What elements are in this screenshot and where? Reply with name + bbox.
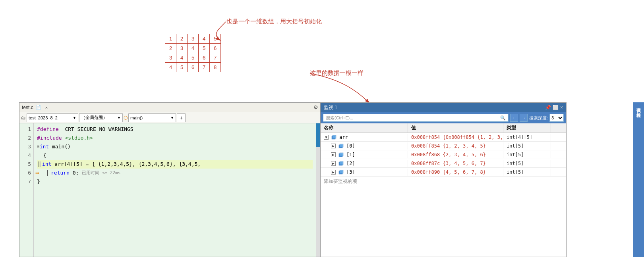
- watch-table: 名称 值 类型 ▼arr0x008ff854 {0x008ff854 {1, 2…: [321, 123, 566, 257]
- code-line-1: #define _CRT_SECURE_NO_WARNINGS: [37, 125, 313, 134]
- scope-dropdown[interactable]: （全局范围） ▼: [79, 113, 123, 122]
- cube-icon-3: [338, 161, 344, 166]
- depth-label: 搜索深度:: [529, 115, 548, 121]
- watch-cell-name-2: ▶[1]: [321, 151, 408, 158]
- search-box[interactable]: 搜索(Ctrl+E)... 🔍: [323, 114, 509, 122]
- watch-row-4[interactable]: ▶[3]0x008ff890 {4, 5, 6, 7, 8}int[5]: [321, 168, 566, 177]
- watch-toolbar: 搜索(Ctrl+E)... 🔍 ← → 搜索深度: 3 1 2 4 5: [321, 112, 566, 123]
- nav-prev-button[interactable]: ←: [510, 114, 518, 122]
- search-icon: 🔍: [500, 115, 506, 121]
- cube-icon-4: [338, 169, 344, 175]
- side-panel-item-0[interactable]: 调试位置: [636, 102, 642, 107]
- col-type: 类型: [503, 123, 551, 132]
- watch-row-2[interactable]: ▶[1]0x008ff868 {2, 3, 4, 5, 6}int[5]: [321, 150, 566, 159]
- watch-cell-value-2: 0x008ff868 {2, 3, 4, 5, 6}: [408, 151, 503, 158]
- watch-container: 监视 1 📌 ⬜ × 搜索(Ctrl+E)... 🔍 ← → 搜索深度: 3 1…: [320, 102, 567, 257]
- watch-cell-value-3: 0x008ff87c {3, 4, 5, 6, 7}: [408, 160, 503, 167]
- watch-cell-type-2: int[5]: [503, 151, 551, 158]
- nav-next-button[interactable]: →: [520, 114, 528, 122]
- line-number-4: 4: [19, 151, 33, 160]
- fn-icon: ⬡: [124, 115, 128, 121]
- svg-rect-2: [333, 135, 336, 138]
- watch-row-3[interactable]: ▶[2]0x008ff87c {3, 4, 5, 6, 7}int[5]: [321, 159, 566, 168]
- line-number-3: 3: [19, 142, 33, 151]
- line-number-7: 7: [19, 177, 33, 186]
- code-line-4: {: [37, 151, 313, 160]
- fn-dropdown[interactable]: main() ▼: [128, 113, 176, 122]
- ide-titlebar: test.c 📄 × ⚙: [19, 103, 321, 112]
- watch-name-text-3: [2]: [346, 161, 355, 166]
- add-watch-item[interactable]: 添加要监视的项: [321, 177, 566, 186]
- expand-button[interactable]: ▶: [331, 152, 336, 157]
- svg-rect-8: [340, 161, 343, 165]
- watch-name-text-1: [0]: [346, 143, 355, 149]
- cube-icon-0: [331, 134, 337, 140]
- ide-code-area: 1234567 ⇒ #define _CRT_SECURE_NO_WARNING…: [19, 123, 321, 257]
- annotation-arrows: [0, 0, 644, 103]
- project-dropdown[interactable]: test_2023_8_2 ▼: [27, 113, 78, 122]
- code-editor[interactable]: ⇒ #define _CRT_SECURE_NO_WARNINGS#includ…: [34, 123, 316, 257]
- side-panel: 调试位置并行堆栈 1: [633, 102, 644, 257]
- add-watch-button[interactable]: +: [177, 113, 186, 122]
- watch-row-0[interactable]: ▼arr0x008ff854 {0x008ff854 {1, 2, 3, 4, …: [321, 133, 566, 142]
- col-name: 名称: [321, 123, 408, 132]
- settings-icon[interactable]: ⚙: [313, 104, 318, 110]
- svg-rect-10: [340, 170, 343, 173]
- watch-title: 监视 1: [324, 104, 337, 111]
- code-line-7: }: [37, 177, 313, 186]
- watch-titlebar-icons: 📌 ⬜ ×: [545, 105, 563, 110]
- line-number-1: 1: [19, 125, 33, 134]
- watch-name-text-4: [3]: [346, 169, 355, 175]
- search-placeholder: 搜索(Ctrl+E)...: [326, 115, 353, 121]
- side-panel-item-1[interactable]: 并行堆栈 1: [636, 107, 642, 115]
- ide-toolbar: 🗂 test_2023_8_2 ▼ （全局范围） ▼ ⬡ main() ▼ +: [19, 112, 321, 123]
- watch-cell-value-4: 0x008ff890 {4, 5, 6, 7, 8}: [408, 169, 503, 176]
- watch-name-text-2: [1]: [346, 152, 355, 157]
- watch-cell-name-4: ▶[3]: [321, 169, 408, 176]
- execution-arrow: ⇒: [35, 169, 39, 177]
- depth-select[interactable]: 3 1 2 4 5: [549, 114, 564, 122]
- annotation-text-top: 也是一个一维数组，用大括号初始化: [226, 18, 322, 25]
- watch-titlebar: 监视 1 📌 ⬜ ×: [321, 103, 566, 112]
- watch-close-icon[interactable]: ×: [560, 105, 563, 110]
- annotation-text-bottom: 这里的数据一模一样: [310, 69, 364, 77]
- expand-button[interactable]: ▶: [331, 161, 336, 166]
- line-numbers: 1234567: [19, 123, 34, 257]
- code-line-5: int arr[4][5] = { {1,2,3,4,5}, {2,3,4,5,…: [37, 160, 313, 169]
- expand-button[interactable]: ▶: [331, 144, 336, 148]
- col-value: 值: [408, 123, 503, 132]
- watch-cell-type-3: int[5]: [503, 160, 551, 167]
- grid-table: 12345234563456745678: [165, 34, 221, 72]
- watch-cell-value-1: 0x008ff854 {1, 2, 3, 4, 5}: [408, 142, 503, 150]
- expand-button[interactable]: ▶: [331, 170, 336, 175]
- file-icon: 📄: [36, 105, 41, 110]
- annotation-area: 也是一个一维数组，用大括号初始化 12345234563456745678 这里…: [0, 0, 644, 103]
- watch-cell-name-3: ▶[2]: [321, 160, 408, 167]
- watch-cell-type-1: int[5]: [503, 142, 551, 150]
- cube-icon-1: [338, 143, 344, 148]
- svg-rect-6: [340, 153, 343, 156]
- collapse-button[interactable]: ▼: [324, 135, 329, 140]
- code-line-6: return 0; 已用时间 <= 22ms: [37, 169, 313, 177]
- ide-close-button[interactable]: ×: [45, 105, 48, 110]
- watch-cell-type-4: int[5]: [503, 169, 551, 176]
- watch-rows-container: ▼arr0x008ff854 {0x008ff854 {1, 2, 3, 4, …: [321, 133, 566, 177]
- watch-pin-icon[interactable]: 📌: [545, 105, 551, 110]
- watch-row-1[interactable]: ▶[0]0x008ff854 {1, 2, 3, 4, 5}int[5]: [321, 142, 566, 150]
- code-line-3: ⊟int main(): [37, 142, 313, 151]
- line-number-6: 6: [19, 169, 33, 177]
- watch-float-icon[interactable]: ⬜: [553, 105, 559, 110]
- watch-cell-type-0: int[4][5]: [503, 134, 551, 141]
- ide-container: test.c 📄 × ⚙ 🗂 test_2023_8_2 ▼ （全局范围） ▼ …: [19, 102, 321, 257]
- watch-cell-value-0: 0x008ff854 {0x008ff854 {1, 2, 3, 4, 5}, …: [408, 134, 503, 141]
- cube-icon-2: [338, 152, 344, 157]
- ide-title: test.c: [22, 105, 33, 110]
- project-icon: 🗂: [21, 115, 26, 121]
- watch-name-text-0: arr: [339, 134, 348, 140]
- line-number-5: 5: [19, 160, 33, 169]
- watch-cell-name-1: ▶[0]: [321, 142, 408, 150]
- watch-table-header: 名称 值 类型: [321, 123, 566, 133]
- code-line-2: #include <stdio.h>: [37, 134, 313, 142]
- watch-cell-name-0: ▼arr: [321, 134, 408, 141]
- line-number-2: 2: [19, 134, 33, 142]
